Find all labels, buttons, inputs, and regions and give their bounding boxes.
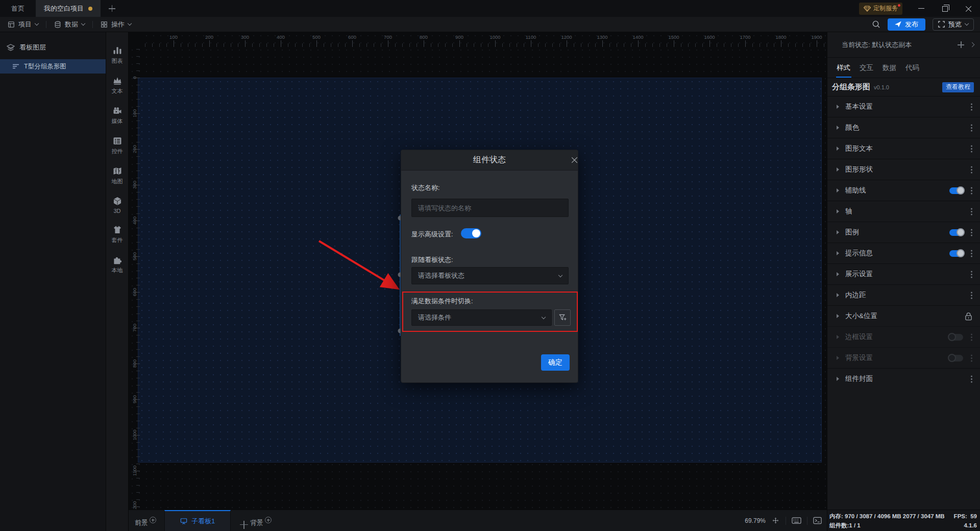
panel-section[interactable]: 轴 <box>827 201 980 222</box>
tool-widget[interactable]: 控件 <box>112 136 123 155</box>
add-background-icon[interactable] <box>265 517 272 523</box>
ok-button[interactable]: 确定 <box>541 354 570 371</box>
sub-board-tab-label: 子看板1 <box>191 517 215 526</box>
tutorial-button[interactable]: 查看教程 <box>942 82 974 92</box>
section-menu-icon[interactable] <box>971 148 972 150</box>
condition-select[interactable]: 请选择条件 <box>411 309 552 326</box>
expand-arrow-icon[interactable] <box>837 167 839 172</box>
tool-media[interactable]: 媒体 <box>112 106 123 125</box>
background-group[interactable]: 背景 <box>250 514 272 527</box>
layer-item-selected[interactable]: T型分组条形图 <box>0 59 106 74</box>
fit-to-screen-icon[interactable] <box>771 516 780 525</box>
tab-home[interactable]: 首页 <box>0 0 36 17</box>
cube-icon <box>112 196 122 206</box>
expand-arrow-icon[interactable] <box>837 356 839 360</box>
section-menu-icon[interactable] <box>971 106 972 108</box>
section-menu-icon[interactable] <box>971 378 972 380</box>
expand-arrow-icon[interactable] <box>837 272 839 276</box>
section-toggle[interactable] <box>949 229 963 236</box>
section-menu-icon[interactable] <box>971 169 972 171</box>
tab-style[interactable]: 样式 <box>837 58 850 78</box>
expand-arrow-icon[interactable] <box>837 230 839 234</box>
panel-section[interactable]: 组件封面 <box>827 368 980 389</box>
section-toggle[interactable] <box>949 355 963 361</box>
tool-map[interactable]: 地图 <box>112 166 123 185</box>
section-menu-icon[interactable] <box>971 357 972 359</box>
section-menu-icon[interactable] <box>971 253 972 254</box>
chevron-right-icon[interactable] <box>970 42 975 47</box>
memory-stat: 内存: 970 / 3087 / 4096 MB 2077 / 3047 MB <box>829 512 945 521</box>
close-button[interactable] <box>957 0 980 17</box>
panel-section[interactable]: 提示信息 <box>827 243 980 263</box>
tool-kit[interactable]: 套件 <box>112 225 123 244</box>
tool-local[interactable]: 本地 <box>112 255 123 274</box>
section-menu-icon[interactable] <box>971 295 972 296</box>
minimize-button[interactable] <box>910 0 933 17</box>
publish-button[interactable]: 发布 <box>888 18 925 31</box>
expand-arrow-icon[interactable] <box>837 251 839 255</box>
keyboard-icon[interactable] <box>792 517 801 524</box>
sub-board-tab[interactable]: 子看板1 <box>164 510 231 531</box>
section-toggle[interactable] <box>949 334 963 341</box>
panel-section[interactable]: 图形文本 <box>827 138 980 159</box>
tab-code[interactable]: 代码 <box>905 58 919 78</box>
section-menu-icon[interactable] <box>971 336 972 338</box>
preview-button[interactable]: 预览 <box>933 18 974 31</box>
section-menu-icon[interactable] <box>971 127 972 129</box>
add-condition-button[interactable] <box>554 309 571 326</box>
expand-arrow-icon[interactable] <box>837 147 839 151</box>
advanced-settings-toggle[interactable] <box>461 228 481 238</box>
menu-data[interactable]: 数据 <box>46 17 92 32</box>
panel-section[interactable]: 辅助线 <box>827 180 980 201</box>
section-label: 基本设置 <box>845 102 873 111</box>
section-menu-icon[interactable] <box>971 211 972 212</box>
add-foreground-icon[interactable] <box>150 517 156 523</box>
tab-interaction[interactable]: 交互 <box>860 58 873 78</box>
current-state-label: 当前状态: 默认状态副本 <box>842 40 912 50</box>
ruler-h-label: 1600 <box>704 34 715 40</box>
menu-operations[interactable]: 操作 <box>93 17 139 32</box>
panel-section[interactable]: 图形形状 <box>827 159 980 180</box>
maximize-button[interactable] <box>933 0 957 17</box>
section-label: 轴 <box>845 207 852 216</box>
section-toggle[interactable] <box>949 250 963 257</box>
expand-arrow-icon[interactable] <box>837 314 839 318</box>
kit-icon <box>112 225 122 235</box>
expand-arrow-icon[interactable] <box>837 105 839 109</box>
tool-chart[interactable]: 图表 <box>112 45 123 65</box>
section-menu-icon[interactable] <box>971 274 972 275</box>
panel-section[interactable]: 展示设置 <box>827 263 980 284</box>
new-tab-button[interactable] <box>101 0 123 17</box>
expand-arrow-icon[interactable] <box>837 377 839 381</box>
expand-arrow-icon[interactable] <box>837 293 839 297</box>
add-state-button[interactable] <box>958 41 964 48</box>
search-icon[interactable] <box>872 20 880 29</box>
expand-arrow-icon[interactable] <box>837 126 839 130</box>
state-name-input[interactable] <box>411 199 569 217</box>
console-icon[interactable] <box>813 517 822 524</box>
expand-arrow-icon[interactable] <box>837 335 839 339</box>
menu-project[interactable]: 项目 <box>0 17 46 32</box>
tool-text[interactable]: 文本 <box>112 76 123 95</box>
lock-icon[interactable] <box>965 312 972 321</box>
section-menu-icon[interactable] <box>971 232 972 233</box>
panel-section[interactable]: 大小&位置 <box>827 305 980 326</box>
tab-project[interactable]: 我的空白项目 <box>36 0 101 17</box>
tab-data[interactable]: 数据 <box>883 58 896 78</box>
panel-section[interactable]: 内边距 <box>827 284 980 305</box>
panel-section[interactable]: 颜色 <box>827 117 980 138</box>
panel-section[interactable]: 边框设置 <box>827 326 980 347</box>
panel-section[interactable]: 图例 <box>827 222 980 243</box>
panel-section[interactable]: 背景设置 <box>827 347 980 368</box>
tool-cube[interactable]: 3D <box>112 196 122 214</box>
foreground-group[interactable]: 前景 <box>135 514 156 527</box>
custom-service-badge[interactable]: 定制服务 <box>859 3 902 15</box>
section-toggle[interactable] <box>949 187 963 194</box>
app-window: 首页 我的空白项目 定制服务 项目 数据 <box>0 0 980 531</box>
panel-section[interactable]: 基本设置 <box>827 96 980 117</box>
expand-arrow-icon[interactable] <box>837 209 839 213</box>
expand-arrow-icon[interactable] <box>837 188 839 192</box>
section-menu-icon[interactable] <box>971 190 972 191</box>
follow-state-select[interactable]: 请选择看板状态 <box>411 267 569 284</box>
layer-item-label: T型分组条形图 <box>24 62 66 71</box>
